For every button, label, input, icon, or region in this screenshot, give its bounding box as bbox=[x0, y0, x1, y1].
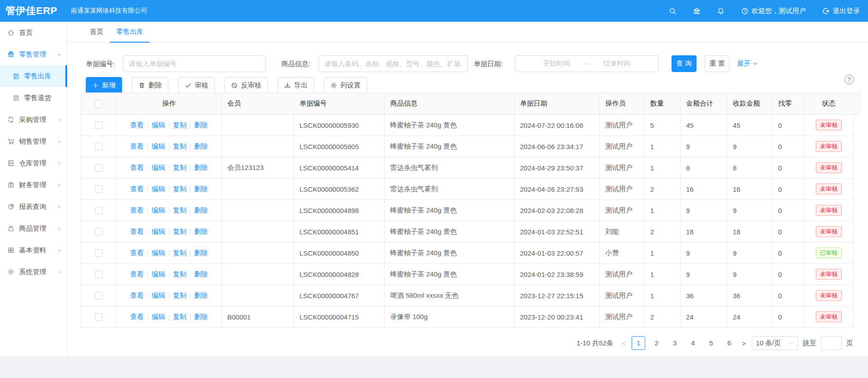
sidebar-item-3[interactable]: 零售退货 bbox=[0, 87, 67, 109]
edit-link[interactable]: 编辑 bbox=[152, 142, 165, 150]
sidebar-item-10[interactable]: 基本资料 bbox=[0, 239, 67, 261]
row-checkbox[interactable] bbox=[95, 164, 103, 172]
row-checkbox[interactable] bbox=[95, 121, 103, 129]
page-button-4[interactable]: 4 bbox=[686, 336, 700, 350]
delete-link[interactable]: 删除 bbox=[194, 185, 208, 193]
copy-link[interactable]: 复制 bbox=[173, 291, 186, 299]
edit-link[interactable]: 编辑 bbox=[152, 121, 165, 129]
help-icon[interactable]: ? bbox=[844, 75, 854, 84]
view-link[interactable]: 查看 bbox=[130, 291, 144, 299]
row-checkbox[interactable] bbox=[95, 249, 103, 257]
page-button-3[interactable]: 3 bbox=[668, 336, 682, 350]
jump-page-input[interactable] bbox=[821, 336, 842, 350]
delete-link[interactable]: 删除 bbox=[194, 249, 208, 257]
delete-link[interactable]: 删除 bbox=[194, 121, 208, 129]
status-badge: 已审核 bbox=[816, 247, 842, 259]
bell-icon[interactable] bbox=[717, 7, 725, 15]
search-icon[interactable] bbox=[669, 7, 677, 15]
edit-link[interactable]: 编辑 bbox=[152, 313, 165, 320]
view-link[interactable]: 查看 bbox=[130, 228, 144, 235]
delete-link[interactable]: 删除 bbox=[194, 142, 208, 150]
sidebar-item-8[interactable]: 报表查询 bbox=[0, 196, 67, 218]
view-link[interactable]: 查看 bbox=[130, 249, 144, 257]
delete-link[interactable]: 删除 bbox=[194, 164, 208, 171]
row-checkbox[interactable] bbox=[95, 207, 103, 214]
page-unit: 页 bbox=[846, 339, 853, 348]
row-checkbox[interactable] bbox=[95, 292, 103, 300]
bank-icon[interactable] bbox=[693, 7, 701, 15]
copy-link[interactable]: 复制 bbox=[173, 270, 186, 278]
view-link[interactable]: 查看 bbox=[130, 313, 144, 320]
copy-link[interactable]: 复制 bbox=[173, 228, 186, 235]
sidebar-item-0[interactable]: 首页 bbox=[0, 22, 67, 44]
copy-link[interactable]: 复制 bbox=[173, 249, 186, 257]
row-checkbox[interactable] bbox=[95, 185, 103, 193]
edit-link[interactable]: 编辑 bbox=[152, 270, 165, 278]
sidebar-item-6[interactable]: 仓库管理 bbox=[0, 152, 67, 174]
query-button[interactable]: 查 询 bbox=[672, 55, 696, 72]
chevron-up-icon bbox=[57, 52, 62, 57]
welcome-user[interactable]: 欢迎您，测试用户 bbox=[741, 7, 806, 15]
toolbar-ban-button[interactable]: 反审核 bbox=[225, 77, 268, 93]
row-checkbox[interactable] bbox=[95, 228, 103, 236]
sync-icon bbox=[7, 116, 15, 123]
select-all-checkbox[interactable] bbox=[95, 100, 103, 108]
view-link[interactable]: 查看 bbox=[130, 142, 144, 150]
toolbar-export-button[interactable]: 导出 bbox=[278, 77, 314, 93]
member-cell bbox=[222, 179, 294, 200]
date-range-input[interactable]: 开始时间 ~ 结束时间 bbox=[515, 55, 659, 72]
edit-link[interactable]: 编辑 bbox=[152, 206, 165, 214]
delete-link[interactable]: 删除 bbox=[194, 228, 208, 235]
sidebar-item-11[interactable]: 系统管理 bbox=[0, 261, 67, 283]
toolbar-trash-button[interactable]: 删除 bbox=[132, 77, 168, 93]
copy-link[interactable]: 复制 bbox=[173, 121, 186, 129]
edit-link[interactable]: 编辑 bbox=[152, 185, 165, 193]
view-link[interactable]: 查看 bbox=[130, 164, 144, 171]
row-checkbox[interactable] bbox=[95, 271, 103, 278]
row-checkbox[interactable] bbox=[95, 143, 103, 150]
copy-link[interactable]: 复制 bbox=[173, 313, 186, 320]
page-button-5[interactable]: 5 bbox=[704, 336, 718, 350]
sidebar-item-4[interactable]: 采购管理 bbox=[0, 109, 67, 131]
view-link[interactable]: 查看 bbox=[130, 121, 144, 129]
logout-button[interactable]: 退出登录 bbox=[822, 7, 860, 15]
edit-link[interactable]: 编辑 bbox=[152, 291, 165, 299]
tab-1[interactable]: 零售出库 bbox=[110, 22, 150, 42]
copy-link[interactable]: 复制 bbox=[173, 206, 186, 214]
delete-link[interactable]: 删除 bbox=[194, 206, 208, 214]
next-page-button[interactable]: > bbox=[740, 339, 747, 347]
edit-link[interactable]: 编辑 bbox=[152, 228, 165, 235]
copy-link[interactable]: 复制 bbox=[173, 185, 186, 193]
copy-link[interactable]: 复制 bbox=[173, 164, 186, 171]
row-checkbox[interactable] bbox=[95, 313, 103, 321]
tab-0[interactable]: 首页 bbox=[83, 22, 110, 42]
expand-link[interactable]: 展开 bbox=[737, 55, 758, 72]
sidebar-item-2[interactable]: 零售出库 bbox=[0, 65, 67, 87]
view-link[interactable]: 查看 bbox=[130, 185, 144, 193]
page-button-6[interactable]: 6 bbox=[722, 336, 736, 350]
col-header-1: 会员 bbox=[222, 93, 294, 115]
reset-button[interactable]: 重 置 bbox=[705, 55, 730, 72]
sidebar-item-1[interactable]: 零售管理 bbox=[0, 44, 67, 65]
product-input[interactable] bbox=[319, 55, 468, 72]
page-size-select[interactable]: 10 条/页 bbox=[752, 336, 798, 350]
edit-link[interactable]: 编辑 bbox=[152, 249, 165, 257]
toolbar-gear-button[interactable]: 列设置 bbox=[324, 77, 367, 93]
page-button-1[interactable]: 1 bbox=[632, 336, 645, 350]
change-cell: 0 bbox=[773, 115, 804, 136]
sidebar-item-5[interactable]: 销售管理 bbox=[0, 131, 67, 152]
delete-link[interactable]: 删除 bbox=[194, 270, 208, 278]
sidebar-item-9[interactable]: 商品管理 bbox=[0, 218, 67, 239]
page-button-2[interactable]: 2 bbox=[650, 336, 663, 350]
view-link[interactable]: 查看 bbox=[130, 270, 144, 278]
toolbar-plus-button[interactable]: 新增 bbox=[86, 77, 122, 93]
sidebar-item-7[interactable]: 财务管理 bbox=[0, 174, 67, 196]
delete-link[interactable]: 删除 bbox=[194, 313, 208, 320]
view-link[interactable]: 查看 bbox=[130, 206, 144, 214]
doc-no-input[interactable] bbox=[123, 55, 266, 72]
prev-page-button[interactable]: < bbox=[620, 339, 627, 347]
delete-link[interactable]: 删除 bbox=[194, 291, 208, 299]
toolbar-check-button[interactable]: 审核 bbox=[178, 77, 215, 93]
edit-link[interactable]: 编辑 bbox=[152, 164, 165, 171]
copy-link[interactable]: 复制 bbox=[173, 142, 186, 150]
